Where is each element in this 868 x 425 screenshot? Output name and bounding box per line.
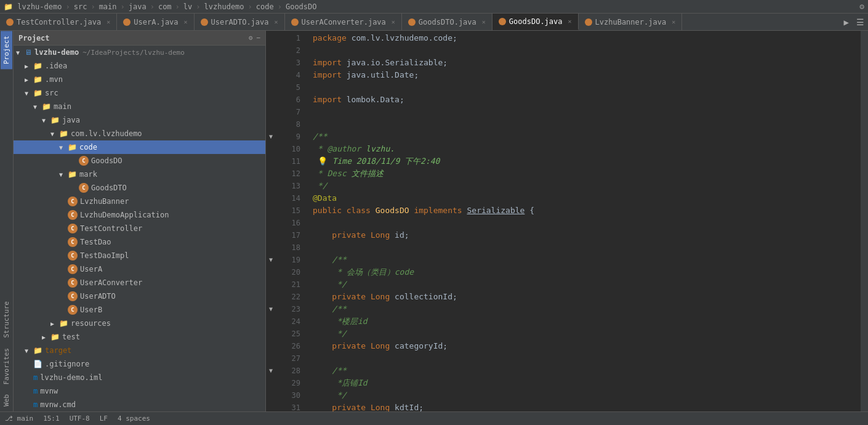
top-bar: 📁 lvzhu-demo › src › main › java › com ›… xyxy=(0,0,868,14)
code-line-5 xyxy=(313,81,861,94)
left-vertical-tabs: Project Structure Favorites Web xyxy=(0,31,14,411)
project-label: Project xyxy=(18,34,50,42)
code-line-25: */ xyxy=(313,328,861,340)
tree-item-root[interactable]: ▼ 🖥 lvzhu-demo ~/IdeaProjects/lvzhu-demo xyxy=(14,46,265,59)
code-line-22: private Long collectionId; xyxy=(313,291,861,303)
code-line-16 xyxy=(313,217,861,229)
tree-item-code[interactable]: ▼ 📁 code xyxy=(14,140,265,154)
close-icon[interactable]: ✕ xyxy=(106,18,110,25)
tab-bar: TestController.java ✕ UserA.java ✕ UserA… xyxy=(0,14,868,31)
close-icon[interactable]: ✕ xyxy=(568,18,572,25)
tree-item-LvzhuDemoApplication[interactable]: C LvzhuDemoApplication xyxy=(14,208,265,222)
code-line-2 xyxy=(313,44,861,57)
panel-settings-icon[interactable]: ⚙ xyxy=(249,34,253,42)
code-editor[interactable]: package com.lv.lvzhudemo.code; import ja… xyxy=(307,31,861,411)
code-line-3: import java.io.Serializable; xyxy=(313,57,861,69)
code-line-12: * Desc 文件描述 xyxy=(313,168,861,180)
fold-gutter: ▼ ▼ ▼ ▼ ▼ xyxy=(266,31,276,411)
tab-UserA[interactable]: UserA.java ✕ xyxy=(117,14,194,30)
line-ending-indicator[interactable]: LF xyxy=(100,415,108,423)
tree-item-mvnw-cmd[interactable]: m mvnw.cmd xyxy=(14,398,265,411)
tab-GoodsDTO[interactable]: GoodsDTO.java ✕ xyxy=(402,14,492,30)
tab-scroll-right[interactable]: ▶ xyxy=(840,14,853,30)
close-icon[interactable]: ✕ xyxy=(275,18,278,25)
tab-GoodsDO[interactable]: GoodsDO.java ✕ xyxy=(492,14,579,30)
code-line-8 xyxy=(313,118,861,131)
tree-item-UserB[interactable]: C UserB xyxy=(14,303,265,317)
breadcrumb-settings-icon[interactable]: ⚙ xyxy=(859,2,864,11)
vtab-favorites[interactable]: Favorites xyxy=(1,343,12,390)
close-icon[interactable]: ✕ xyxy=(184,18,188,25)
tree-item-TestDaoImpl[interactable]: C TestDaoImpl xyxy=(14,249,265,262)
tree-item-resources[interactable]: ▶ 📁 resources xyxy=(14,317,265,330)
tree-item-UserA[interactable]: C UserA xyxy=(14,262,265,276)
code-line-6: import lombok.Data; xyxy=(313,94,861,106)
tab-TestController[interactable]: TestController.java ✕ xyxy=(0,14,117,30)
tree-item-target[interactable]: ▼ 📁 target xyxy=(14,344,265,357)
code-line-30: */ xyxy=(313,389,861,402)
tree-item-TestController[interactable]: C TestController xyxy=(14,222,265,235)
tree-item-mark[interactable]: ▼ 📁 mark xyxy=(14,168,265,181)
tree-item-gitignore[interactable]: 📄 .gitignore xyxy=(14,357,265,371)
vtab-web[interactable]: Web xyxy=(1,389,12,411)
tree-item-LvzhuBanner[interactable]: C LvzhuBanner xyxy=(14,195,265,208)
breadcrumb: 📁 lvzhu-demo › src › main › java › com ›… xyxy=(4,2,317,11)
tree-item-UserADTO[interactable]: C UserADTO xyxy=(14,289,265,303)
project-panel-header: Project ⚙ − xyxy=(14,31,265,46)
code-line-31: private Long kdtId; xyxy=(313,402,861,411)
tree-item-main[interactable]: ▼ 📁 main xyxy=(14,100,265,113)
project-panel: Project ⚙ − ▼ 🖥 lvzhu-demo ~/IdeaProject… xyxy=(14,31,266,411)
tree-item-package[interactable]: ▼ 📁 com.lv.lvzhudemo xyxy=(14,127,265,140)
tree-item-UserAConverter[interactable]: C UserAConverter xyxy=(14,276,265,289)
tree-item-iml[interactable]: m lvzhu-demo.iml xyxy=(14,371,265,384)
code-line-15: public class GoodsDO implements Serializ… xyxy=(313,204,861,217)
tree-item-src[interactable]: ▼ 📁 src xyxy=(14,86,265,100)
tree-item-test[interactable]: ▶ 📁 test xyxy=(14,330,265,344)
code-line-19: /** xyxy=(313,254,861,266)
code-line-1: package com.lv.lvzhudemo.code; xyxy=(313,32,861,44)
code-line-24: *楼层id xyxy=(313,315,861,328)
right-scrollbar[interactable] xyxy=(861,31,868,411)
code-line-13: */ xyxy=(313,180,861,192)
vtab-project[interactable]: Project xyxy=(1,31,12,69)
tree-item-mvnw[interactable]: m mvnw xyxy=(14,384,265,398)
code-line-28: /** xyxy=(313,365,861,377)
tree-item-mvn[interactable]: ▶ 📁 .mvn xyxy=(14,73,265,86)
code-line-29: *店铺Id xyxy=(313,377,861,389)
code-line-7 xyxy=(313,106,861,118)
tree-item-java[interactable]: ▼ 📁 java xyxy=(14,113,265,127)
editor-area: ▼ ▼ ▼ ▼ ▼ xyxy=(266,31,868,411)
tree-item-GoodsDTO[interactable]: C GoodsDTO xyxy=(14,181,265,195)
code-line-27 xyxy=(313,352,861,365)
code-line-4: import java.util.Date; xyxy=(313,69,861,81)
code-line-11: 💡 Time 2018/11/9 下午2:40 xyxy=(313,155,861,168)
tab-menu-icon[interactable]: ☰ xyxy=(853,14,868,30)
code-line-18 xyxy=(313,241,861,254)
code-line-21: */ xyxy=(313,278,861,291)
vtab-structure[interactable]: Structure xyxy=(1,296,12,343)
tree-item-TestDao[interactable]: C TestDao xyxy=(14,235,265,249)
bottom-bar: ⎇ main 15:1 UTF-8 LF 4 spaces xyxy=(0,411,868,425)
tab-LvzhuBanner[interactable]: LvzhuBanner.java ✕ xyxy=(579,14,683,30)
indent-indicator[interactable]: 4 spaces xyxy=(118,415,150,423)
tree-item-GoodsDO[interactable]: C GoodsDO xyxy=(14,154,265,168)
code-line-23: /** xyxy=(313,303,861,315)
tree-item-idea[interactable]: ▶ 📁 .idea xyxy=(14,59,265,73)
tab-UserADTO[interactable]: UserADTO.java ✕ xyxy=(195,14,285,30)
code-line-20: * 会场（类目）code xyxy=(313,266,861,278)
line-numbers: 12345 678910 1112131415 1617181920 21222… xyxy=(276,31,307,411)
close-icon[interactable]: ✕ xyxy=(392,18,395,25)
code-line-14: @Data xyxy=(313,192,861,204)
panel-collapse-icon[interactable]: − xyxy=(256,34,260,42)
code-line-17: private Long id; xyxy=(313,229,861,241)
code-line-26: private Long categoryId; xyxy=(313,340,861,352)
tab-UserAConverter[interactable]: UserAConverter.java ✕ xyxy=(285,14,402,30)
code-line-9: /** xyxy=(313,131,861,143)
close-icon[interactable]: ✕ xyxy=(672,18,675,25)
git-branch-icon[interactable]: ⎇ main xyxy=(5,415,33,423)
line-col-indicator[interactable]: 15:1 xyxy=(43,415,60,423)
encoding-indicator[interactable]: UTF-8 xyxy=(70,415,90,423)
code-line-10: * @author lvzhu. xyxy=(313,143,861,155)
close-icon[interactable]: ✕ xyxy=(482,18,486,25)
